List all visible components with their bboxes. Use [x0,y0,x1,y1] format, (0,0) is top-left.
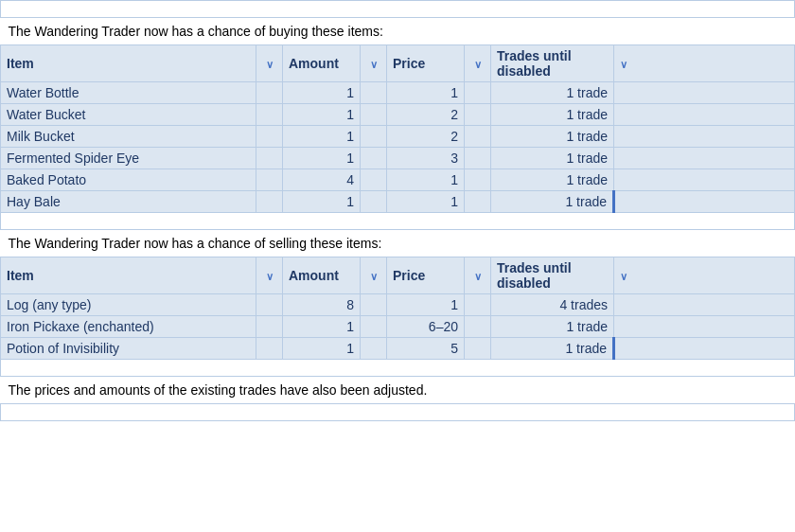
selling-extra-2 [614,316,795,338]
buying-row-5: Baked Potato 4 1 1 trade [1,169,795,191]
selling-amount-dropdown-arrow[interactable]: ∨ [266,271,274,283]
buying-amount-4: 1 [283,148,361,169]
buying-item-header: Item [1,45,256,82]
trades-extra-dropdown-arrow[interactable]: ∨ [620,59,627,71]
buying-price-arrow-3 [361,126,387,148]
buying-price-3: 2 [387,126,465,148]
selling-trades-arrow-3 [465,338,491,360]
buying-trades-arrow-2 [465,104,491,126]
buying-price-1: 1 [387,82,465,104]
selling-notice-cell: The Wandering Trader now has a chance of… [1,230,795,257]
buying-row-3: Milk Bucket 1 2 1 trade [1,126,795,148]
selling-price-3: 5 [387,338,465,360]
buying-row-6: Hay Bale 1 1 1 trade [1,191,795,213]
buying-amount-1: 1 [283,82,361,104]
buying-notice-text: The Wandering Trader now has a chance of… [9,24,383,39]
buying-amount-arrow-3 [256,126,283,148]
selling-row-1: Log (any type) 8 1 4 trades [1,294,795,316]
buying-amount-arrow-header[interactable]: ∨ [256,45,283,82]
buying-price-arrow-4 [361,148,387,169]
selling-price-arrow-header[interactable]: ∨ [361,257,387,294]
amount-dropdown-arrow[interactable]: ∨ [266,59,274,71]
buying-header-row: Item ∨ Amount ∨ Price ∨ Trades until dis… [1,45,795,82]
buying-amount-header: Amount [283,45,361,82]
selling-amount-arrow-1 [256,294,283,316]
buying-price-arrow-header[interactable]: ∨ [361,45,387,82]
buying-trades-2: 1 trade [491,104,614,126]
buying-trades-arrow-3 [465,126,491,148]
selling-trades-arrow-header[interactable]: ∨ [465,257,491,294]
buying-extra-1 [614,82,795,104]
buying-trades-arrow-6 [465,191,491,213]
selling-row-2: Iron Pickaxe (enchanted) 1 6–20 1 trade [1,316,795,338]
empty-row-bottom [1,360,795,377]
selling-trades-3: 1 trade [491,338,614,360]
buying-trades-1: 1 trade [491,82,614,104]
trades-dropdown-arrow[interactable]: ∨ [474,59,482,71]
selling-trades-extra-header[interactable]: ∨ [614,257,795,294]
selling-extra-1 [614,294,795,316]
buying-amount-arrow-5 [256,169,283,191]
selling-amount-header: Amount [283,257,361,294]
buying-item-5: Baked Potato [1,169,256,191]
buying-amount-arrow-2 [256,104,283,126]
selling-price-arrow-3 [361,338,387,360]
footer-notice-row: The prices and amounts of the existing t… [1,377,795,404]
selling-trades-header: Trades until disabled [491,257,614,294]
buying-extra-4 [614,148,795,169]
price-dropdown-arrow[interactable]: ∨ [370,59,378,71]
selling-row-3: Potion of Invisibility 1 5 1 trade [1,338,795,360]
buying-price-2: 2 [387,104,465,126]
buying-trades-3: 1 trade [491,126,614,148]
buying-trades-arrow-1 [465,82,491,104]
selling-trades-arrow-2 [465,316,491,338]
buying-amount-arrow-4 [256,148,283,169]
buying-price-header: Price [387,45,465,82]
buying-trades-5: 1 trade [491,169,614,191]
buying-price-arrow-1 [361,82,387,104]
empty-row-top [1,1,795,18]
buying-item-4: Fermented Spider Eye [1,148,256,169]
buying-item-1: Water Bottle [1,82,256,104]
buying-amount-arrow-1 [256,82,283,104]
selling-amount-2: 1 [283,316,361,338]
selling-amount-arrow-3 [256,338,283,360]
selling-trades-dropdown-arrow[interactable]: ∨ [474,271,482,283]
selling-trades-arrow-1 [465,294,491,316]
buying-row-4: Fermented Spider Eye 1 3 1 trade [1,148,795,169]
selling-notice-text: The Wandering Trader now has a chance of… [9,236,382,251]
main-container: The Wandering Trader now has a chance of… [0,0,795,532]
empty-row-middle [1,213,795,230]
buying-trades-arrow-header[interactable]: ∨ [465,45,491,82]
buying-amount-6: 1 [283,191,361,213]
selling-price-2: 6–20 [387,316,465,338]
buying-notice-cell: The Wandering Trader now has a chance of… [1,18,795,45]
selling-price-arrow-2 [361,316,387,338]
selling-trades-2: 1 trade [491,316,614,338]
selling-header-row: Item ∨ Amount ∨ Price ∨ Trades until dis… [1,257,795,294]
selling-amount-arrow-header[interactable]: ∨ [256,257,283,294]
buying-trades-header: Trades until disabled [491,45,614,82]
selling-item-1: Log (any type) [1,294,256,316]
selling-amount-arrow-2 [256,316,283,338]
buying-row-2: Water Bucket 1 2 1 trade [1,104,795,126]
footer-notice-text: The prices and amounts of the existing t… [9,382,428,398]
selling-price-dropdown-arrow[interactable]: ∨ [370,271,378,283]
buying-price-arrow-5 [361,169,387,191]
selling-item-header: Item [1,257,256,294]
buying-trades-extra-header[interactable]: ∨ [614,45,795,82]
selling-trades-1: 4 trades [491,294,614,316]
buying-trades-arrow-5 [465,169,491,191]
selling-amount-1: 8 [283,294,361,316]
selling-item-2: Iron Pickaxe (enchanted) [1,316,256,338]
buying-amount-3: 1 [283,126,361,148]
selling-notice-row: The Wandering Trader now has a chance of… [1,230,795,257]
selling-extra-3 [614,338,795,360]
selling-price-arrow-1 [361,294,387,316]
buying-extra-2 [614,104,795,126]
buying-trades-6: 1 trade [491,191,614,213]
buying-extra-5 [614,169,795,191]
buying-price-arrow-2 [361,104,387,126]
buying-notice-row: The Wandering Trader now has a chance of… [1,18,795,45]
selling-trades-extra-dropdown-arrow[interactable]: ∨ [620,271,627,283]
